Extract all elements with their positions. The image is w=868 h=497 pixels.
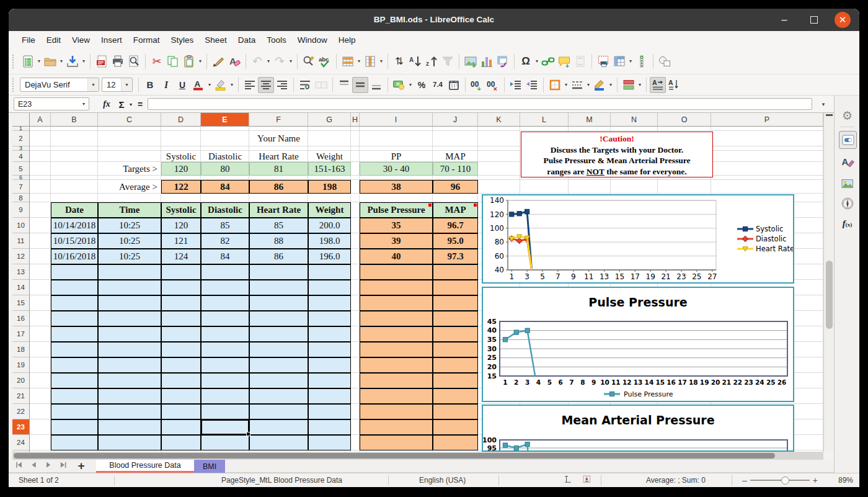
cell-F10[interactable]: 85	[249, 218, 308, 233]
row-header-1[interactable]: 1	[12, 127, 29, 131]
empty-cell-B14[interactable]	[51, 280, 98, 295]
insert-column-button[interactable]	[362, 53, 378, 69]
font-size-combo[interactable]: 12▾	[102, 78, 133, 92]
cell-C12[interactable]: 10:25	[98, 249, 161, 264]
undo-dropdown-icon[interactable]: ▾	[265, 53, 272, 69]
row-header-2[interactable]: 2	[12, 131, 29, 146]
bold-button[interactable]: B	[142, 77, 158, 93]
toolbar-drag-handle[interactable]	[12, 55, 16, 68]
empty-cell-C16[interactable]	[98, 311, 161, 326]
empty-cell-D18[interactable]	[161, 342, 201, 357]
row-header-17[interactable]: 17	[12, 326, 29, 342]
decrease-indent-button[interactable]	[524, 77, 540, 93]
empty-cell-J17[interactable]	[433, 326, 478, 342]
currency-button[interactable]	[391, 77, 407, 93]
freeze-panes-dropdown-icon[interactable]: ▾	[627, 53, 634, 69]
open-dropdown-icon[interactable]: ▾	[58, 53, 64, 69]
cell-F5[interactable]: 81	[249, 162, 308, 176]
empty-cell-G20[interactable]	[308, 373, 351, 388]
cell-cursor[interactable]	[201, 419, 249, 435]
align-left-button[interactable]	[242, 77, 258, 93]
row-header-19[interactable]: 19	[12, 357, 29, 373]
increase-indent-button[interactable]	[508, 77, 524, 93]
cell-J5[interactable]: 70 - 110	[433, 162, 478, 176]
cell-I7[interactable]: 38	[360, 180, 433, 194]
align-right-button[interactable]	[274, 77, 290, 93]
empty-cell-E21[interactable]	[201, 388, 249, 404]
freeze-panes-button[interactable]	[611, 53, 627, 69]
cell-G7[interactable]: 198	[308, 180, 351, 194]
document-modified-icon[interactable]	[582, 473, 593, 487]
empty-cell-E18[interactable]	[201, 342, 249, 357]
cell-E4[interactable]: Diastolic	[201, 151, 249, 162]
cell-D11[interactable]: 121	[161, 233, 201, 249]
empty-cell-E15[interactable]	[201, 295, 249, 311]
page-style[interactable]: PageStyle_MtL Blood Pressure Data	[221, 473, 342, 487]
empty-cell-F19[interactable]	[249, 357, 308, 373]
empty-cell-B21[interactable]	[51, 388, 98, 404]
row-header-13[interactable]: 13	[12, 264, 29, 280]
row-header-21[interactable]: 21	[12, 388, 29, 404]
row-header-14[interactable]: 14	[12, 280, 29, 295]
empty-cell-E24[interactable]	[201, 435, 249, 450]
zoom-out-icon[interactable]: –	[739, 475, 750, 485]
border-style-dropdown-icon[interactable]: ▾	[585, 77, 591, 93]
split-handle[interactable]	[826, 114, 833, 116]
empty-cell-I15[interactable]	[360, 295, 433, 311]
row-header-9[interactable]: 9	[12, 202, 29, 218]
save-button[interactable]	[64, 53, 81, 69]
export-pdf-button[interactable]	[94, 53, 110, 69]
last-sheet-icon[interactable]	[58, 460, 71, 472]
insert-image-button[interactable]: +	[463, 53, 479, 69]
empty-cell-E20[interactable]	[201, 373, 249, 388]
empty-cell-I23[interactable]	[360, 419, 433, 435]
cell-D5[interactable]: 120	[161, 162, 201, 176]
find-replace-button[interactable]	[301, 53, 317, 69]
empty-cell-G24[interactable]	[308, 435, 351, 450]
empty-cell-D19[interactable]	[161, 357, 201, 373]
empty-cell-F15[interactable]	[249, 295, 308, 311]
column-header-B[interactable]: B	[51, 113, 98, 126]
cell-J10[interactable]: 96.7	[433, 218, 478, 233]
column-header-L[interactable]: L	[520, 113, 569, 126]
currency-dropdown-icon[interactable]: ▾	[407, 77, 414, 93]
wrap-text-button[interactable]	[297, 77, 313, 93]
empty-cell-D17[interactable]	[161, 326, 201, 342]
chart-pulse-pressure[interactable]: Pulse Pressure15202530354045123456789101…	[482, 287, 794, 402]
row-header-10[interactable]: 10	[12, 218, 29, 233]
menu-file[interactable]: File	[16, 34, 41, 47]
empty-cell-F14[interactable]	[249, 280, 308, 295]
conditional-formatting-button[interactable]	[621, 77, 637, 93]
cell-C11[interactable]: 10:25	[98, 233, 161, 249]
number-format-button[interactable]: 7.4	[430, 77, 446, 93]
empty-cell-C13[interactable]	[98, 264, 161, 280]
empty-cell-B24[interactable]	[51, 435, 98, 450]
row-header-23[interactable]: 23	[12, 419, 29, 435]
empty-cell-I18[interactable]	[360, 342, 433, 357]
row-header-4[interactable]: 4	[12, 151, 29, 162]
empty-cell-J16[interactable]	[433, 311, 478, 326]
menu-view[interactable]: View	[66, 34, 95, 47]
column-header-F[interactable]: F	[249, 113, 308, 126]
row-header-22[interactable]: 22	[12, 404, 29, 419]
empty-cell-I21[interactable]	[360, 388, 433, 404]
autosum-button[interactable]: Σ	[115, 96, 128, 113]
cell-G4[interactable]: Weight	[308, 151, 351, 162]
cell-E10[interactable]: 85	[201, 218, 249, 233]
cell-F11[interactable]: 88	[249, 233, 308, 249]
empty-cell-F24[interactable]	[249, 435, 308, 450]
empty-cell-B20[interactable]	[51, 373, 98, 388]
chart-blood-pressure[interactable]: 40608010012014013579111315171921232527Sy…	[482, 194, 794, 284]
underline-button[interactable]: U	[174, 77, 190, 93]
empty-cell-B16[interactable]	[51, 311, 98, 326]
spreadsheet-grid[interactable]: !Caution! Discuss the Targets with your …	[30, 127, 823, 452]
empty-cell-G21[interactable]	[308, 388, 351, 404]
cell-F7[interactable]: 86	[249, 180, 308, 194]
print-button[interactable]	[110, 53, 126, 69]
empty-cell-C20[interactable]	[98, 373, 161, 388]
empty-cell-J24[interactable]	[433, 435, 478, 450]
empty-cell-E19[interactable]	[201, 357, 249, 373]
empty-cell-C19[interactable]	[98, 357, 161, 373]
empty-cell-C24[interactable]	[98, 435, 161, 450]
spelling-button[interactable]: abc	[317, 53, 333, 69]
